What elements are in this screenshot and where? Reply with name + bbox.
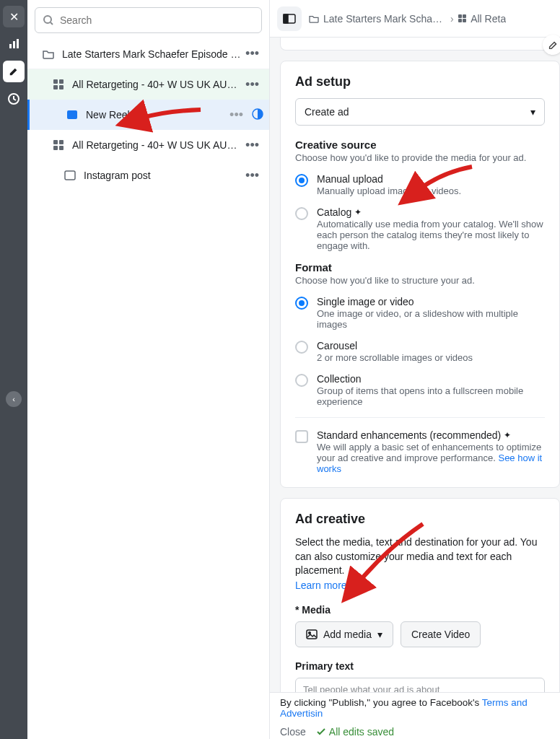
svg-point-4	[44, 16, 51, 23]
more-icon[interactable]: •••	[225, 108, 248, 123]
adset-icon	[51, 79, 66, 89]
image-icon	[306, 629, 318, 639]
chevron-right-icon: ›	[450, 13, 454, 25]
close-icon[interactable]: ✕	[3, 6, 25, 27]
caret-down-icon: ▾	[530, 106, 535, 118]
svg-rect-9	[284, 14, 288, 23]
option-desc: Manually upload images or videos.	[317, 185, 461, 196]
ad-label: New Reel Ad	[86, 109, 225, 121]
left-icon-rail: ✕ ‹	[0, 0, 27, 739]
close-button[interactable]: Close	[280, 726, 306, 738]
breadcrumb-adset[interactable]: All Reta	[471, 13, 506, 25]
breadcrumb-bar: Late Starters Mark Schaefer Episode - R …	[270, 0, 560, 38]
svg-point-11	[309, 631, 311, 634]
format-desc: Choose how you'd like to structure your …	[295, 275, 545, 286]
learn-more-link[interactable]: Learn more	[295, 580, 545, 591]
checkbox-icon	[295, 430, 308, 443]
svg-rect-7	[65, 171, 75, 180]
search-icon	[43, 14, 54, 26]
option-title: Collection	[317, 373, 545, 385]
footer-bar: By clicking "Publish," you agree to Face…	[270, 692, 560, 739]
ad-icon	[62, 170, 78, 180]
ad-row-new-reel[interactable]: New Reel Ad •••	[27, 100, 269, 130]
agree-text: By clicking "Publish," you agree to Face…	[280, 697, 550, 719]
prev-card-stub	[280, 38, 560, 51]
more-icon[interactable]: •••	[241, 77, 263, 92]
radio-single[interactable]: Single image or video One image or video…	[295, 296, 545, 330]
media-label: * Media	[295, 604, 545, 616]
pencil-icon[interactable]	[3, 61, 25, 82]
folder-icon	[309, 14, 319, 23]
adset-icon	[51, 140, 66, 150]
radio-carousel[interactable]: Carousel 2 or more scrollable images or …	[295, 340, 545, 363]
option-desc: One image or video, or a slideshow with …	[317, 308, 545, 330]
ad-creative-desc: Select the media, text and destination f…	[295, 535, 545, 578]
button-label: Add media	[323, 629, 372, 640]
option-title: Single image or video	[317, 296, 545, 307]
more-icon[interactable]: •••	[241, 46, 263, 61]
create-ad-select[interactable]: Create ad ▾	[295, 98, 545, 126]
contrast-icon[interactable]	[252, 108, 263, 122]
format-heading: Format	[295, 261, 545, 274]
add-media-button[interactable]: Add media ▾	[295, 621, 393, 647]
ad-setup-card: Ad setup Create ad ▾ Creative source Cho…	[280, 61, 560, 488]
ad-row-instagram[interactable]: Instagram post •••	[27, 160, 269, 191]
radio-icon	[295, 297, 308, 310]
radio-icon	[295, 341, 308, 354]
adset-row-1[interactable]: All Retargeting - 40+ W US UK AUS CA... …	[27, 69, 269, 100]
radio-catalog[interactable]: Catalog✦ Automatically use media from yo…	[295, 206, 545, 251]
ad-creative-card: Ad creative Select the media, text and d…	[280, 498, 560, 692]
svg-rect-2	[17, 39, 19, 48]
radio-icon	[295, 374, 308, 387]
chart-icon[interactable]	[3, 33, 25, 55]
edit-icon[interactable]	[543, 35, 560, 55]
radio-icon	[295, 207, 308, 220]
option-title: Standard enhancements (recommended) ✦	[317, 429, 545, 441]
radio-manual-upload[interactable]: Manual upload Manually upload images or …	[295, 173, 545, 196]
adset-row-2[interactable]: All Retargeting - 40+ W US UK AUS CAN ••…	[27, 130, 269, 160]
svg-rect-5	[67, 110, 77, 119]
option-desc: We will apply a basic set of enhancement…	[317, 442, 545, 474]
saved-indicator: All edits saved	[316, 726, 394, 738]
ad-icon	[64, 110, 80, 120]
option-desc: Group of items that opens into a fullscr…	[317, 385, 545, 407]
svg-rect-1	[13, 41, 15, 48]
main-panel: Late Starters Mark Schaefer Episode - R …	[270, 0, 560, 739]
more-icon[interactable]: •••	[241, 168, 263, 183]
svg-rect-10	[307, 630, 317, 639]
ad-label: Instagram post	[84, 170, 241, 181]
panel-toggle-icon[interactable]	[277, 6, 302, 31]
button-label: Create Video	[411, 629, 470, 640]
option-desc: Automatically use media from your catalo…	[317, 219, 545, 251]
radio-collection[interactable]: Collection Group of items that opens int…	[295, 373, 545, 407]
collapse-icon[interactable]: ‹	[6, 391, 22, 407]
search-input[interactable]	[35, 7, 262, 33]
primary-text-label: Primary text	[295, 660, 545, 672]
primary-text-input[interactable]: Tell people what your ad is about	[295, 678, 545, 692]
campaign-row[interactable]: Late Starters Mark Schaefer Episode - Re…	[27, 39, 269, 69]
creative-source-desc: Choose how you'd like to provide the med…	[295, 152, 545, 163]
option-title: Catalog✦	[317, 206, 545, 218]
adset-icon	[458, 14, 467, 23]
checkbox-enhancements[interactable]: Standard enhancements (recommended) ✦ We…	[295, 417, 545, 474]
adset-label: All Retargeting - 40+ W US UK AUS CAN	[72, 139, 241, 151]
folder-icon	[40, 49, 56, 59]
more-icon[interactable]: •••	[241, 138, 263, 153]
placeholder: Tell people what your ad is about	[303, 684, 439, 692]
select-value: Create ad	[305, 106, 349, 118]
option-title: Carousel	[317, 340, 473, 351]
clock-icon[interactable]	[3, 88, 25, 110]
campaign-label: Late Starters Mark Schaefer Episode - Re…	[62, 48, 241, 60]
ad-creative-heading: Ad creative	[295, 512, 545, 527]
option-desc: 2 or more scrollable images or videos	[317, 352, 473, 363]
svg-rect-0	[9, 44, 12, 48]
sparkle-icon: ✦	[354, 207, 362, 217]
check-icon	[316, 727, 326, 737]
breadcrumb-campaign[interactable]: Late Starters Mark Schaefer Episode - R	[323, 13, 446, 25]
create-video-button[interactable]: Create Video	[401, 621, 481, 647]
campaign-tree-sidebar: Late Starters Mark Schaefer Episode - Re…	[27, 0, 270, 739]
caret-down-icon: ▾	[377, 629, 382, 640]
adset-label: All Retargeting - 40+ W US UK AUS CA...	[72, 79, 241, 90]
creative-source-heading: Creative source	[295, 139, 545, 151]
sparkle-icon: ✦	[504, 430, 511, 440]
